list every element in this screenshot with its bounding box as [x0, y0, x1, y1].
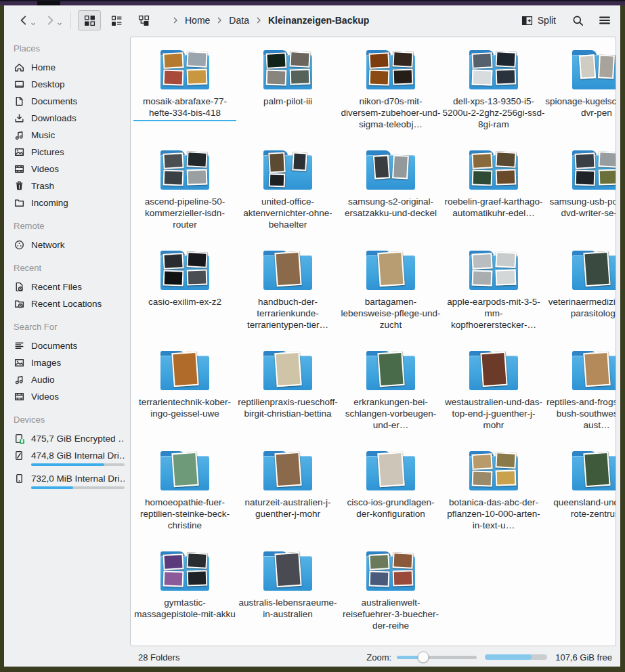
photo-thumbnail [187, 68, 208, 85]
folder-item[interactable]: reptiles-and-frogs-in-the-bush-southwest… [545, 345, 616, 445]
photo-thumbnail [377, 352, 404, 387]
sidebar-item-trash[interactable]: Trash [12, 177, 126, 194]
folder-item[interactable]: casio-exilim-ex-z2 [133, 245, 236, 345]
folder-item[interactable]: ascend-pipeline-50-kommerzieller-isdn-ro… [133, 144, 236, 245]
icons-view-button[interactable] [78, 10, 101, 30]
folder-item[interactable]: reptilienpraxis-rueschoff-birgit-christi… [236, 345, 339, 445]
network-icon [14, 239, 25, 251]
sidebar-item-732-0-mib-internal-dri-[interactable]: 732,0 MiB Internal Dri… [12, 470, 126, 493]
sidebar-item-documents[interactable]: Documents [12, 337, 126, 354]
folder-item[interactable]: naturzeit-australien-j-guenther-j-mohr [236, 445, 339, 545]
forward-dropdown-icon [57, 21, 62, 26]
photo-thumbnail [392, 51, 413, 68]
sidebar-item-images[interactable]: Images [12, 354, 126, 371]
folder-item[interactable]: mosaik-abrafaxe-77-hefte-334-bis-418 [133, 44, 236, 144]
folder-name: samsung-usb-portable-dvd-writer-se-208 [545, 196, 616, 219]
sidebar-item-videos[interactable]: Videos [12, 161, 126, 177]
folder-item[interactable]: veterinaermedizinische-parasitologie [545, 245, 616, 345]
photo-thumbnail [472, 270, 493, 286]
home-icon [14, 62, 25, 73]
compact-view-button[interactable] [105, 10, 128, 30]
photo-thumbnail [377, 251, 404, 287]
folder-item[interactable]: united-office-aktenvernichter-ohne-behae… [236, 144, 339, 245]
folder-grid: mosaik-abrafaxe-77-hefte-334-bis-418palm… [131, 37, 616, 646]
zoom-slider[interactable] [397, 656, 477, 659]
sidebar-item-music[interactable]: Music [12, 127, 126, 144]
folder-item[interactable]: palm-pilot-iii [236, 44, 339, 144]
capacity-bar [485, 654, 547, 660]
folder-item[interactable]: samsung-s2-original-ersatzakku-und-decke… [339, 144, 442, 245]
folder-item[interactable]: dell-xps-13-9350-i5-5200u-2-2ghz-256gi-s… [442, 44, 545, 144]
sidebar-section-title: Devices [14, 415, 126, 425]
folder-item[interactable]: gymtastic-massagepistole-mit-akku [133, 545, 236, 646]
split-label: Split [538, 15, 556, 26]
folder-icon [262, 251, 314, 290]
sidebar-item-recent-files[interactable]: Recent Files [12, 278, 126, 295]
folder-item[interactable]: westaustralien-und-das-top-end-j-guenthe… [442, 345, 545, 445]
photo-thumbnail [163, 52, 184, 69]
sidebar-item-downloads[interactable]: Downloads [12, 110, 126, 127]
folder-item[interactable]: nikon-d70s-mit-diversem-zubehoer-und-sig… [339, 44, 442, 144]
folder-icon [159, 451, 211, 490]
sidebar-item-label: Recent Locations [31, 299, 102, 309]
search-button[interactable] [569, 12, 586, 29]
folder-item[interactable]: australienwelt-reisefuehrer-3-buecher-de… [339, 545, 442, 646]
sidebar-item-475-7-gib-encrypted-[interactable]: 475,7 GiB Encrypted … [12, 430, 126, 447]
folder-name: united-office-aktenvernichter-ohne-behae… [236, 196, 339, 230]
folder-item[interactable]: roebelin-graef-karthago-automatikuhr-ede… [442, 144, 545, 245]
zoom-slider-handle[interactable] [418, 652, 429, 663]
folder-name: homoeopathie-fuer-reptilien-steinke-beck… [133, 497, 236, 531]
sidebar-item-recent-locations[interactable]: Recent Locations [12, 295, 126, 312]
sidebar-item-documents[interactable]: Documents [12, 93, 126, 110]
folder-name: westaustralien-und-das-top-end-j-guenthe… [442, 396, 545, 431]
folder-item[interactable]: apple-earpods-mit-3-5-mm-kopfhoerersteck… [442, 245, 545, 345]
folder-name: cisco-ios-grundlagen-der-konfiguration [339, 497, 442, 520]
photo-thumbnail [598, 151, 616, 168]
photo-thumbnail [274, 251, 301, 287]
main-toolbar: HomeDataKleinanzeigen-Backup Split [4, 5, 620, 35]
folder-item[interactable]: bartagamen-lebensweise-pflege-und-zucht [339, 245, 442, 345]
folder-name: terrarientechnik-kober-ingo-geissel-uwe [133, 396, 236, 419]
sidebar-item-audio[interactable]: Audio [12, 371, 126, 388]
recent-file-icon [14, 281, 25, 293]
sidebar: PlacesHomeDesktopDocumentsDownloadsMusic… [4, 35, 130, 648]
sidebar-item-desktop[interactable]: Desktop [12, 76, 126, 93]
photo-thumbnail [163, 553, 184, 570]
folder-item[interactable]: handbuch-der-terrarienkunde-terrarientyp… [236, 245, 339, 345]
sidebar-item-incoming[interactable]: Incoming [12, 194, 126, 211]
icons-view-icon [84, 15, 95, 26]
folder-item[interactable]: spionage-kugelschreiber-dvr-pen [545, 44, 616, 144]
folder-name: naturzeit-australien-j-guenther-j-mohr [236, 497, 339, 520]
breadcrumb-segment[interactable]: Home [182, 13, 213, 28]
breadcrumb-segment[interactable]: Kleinanzeigen-Backup [265, 13, 372, 28]
folder-name: reptilienpraxis-rueschoff-birgit-christi… [236, 396, 339, 419]
sidebar-section-title: Places [14, 43, 126, 54]
sidebar-item-network[interactable]: Network [12, 236, 126, 253]
folder-item[interactable]: erkrankungen-bei-schlangen-vorbeugen-und… [339, 345, 442, 445]
photo-thumbnail [471, 152, 492, 169]
folder-item[interactable]: botanica-das-abc-der-pflanzen-10-000-art… [442, 445, 545, 545]
menu-button[interactable] [596, 12, 613, 29]
sidebar-item-pictures[interactable]: Pictures [12, 144, 126, 161]
photo-thumbnail [598, 54, 615, 79]
photo-thumbnail [369, 570, 390, 587]
folder-item[interactable]: terrarientechnik-kober-ingo-geissel-uwe [133, 345, 236, 445]
photo-thumbnail [290, 68, 311, 85]
sidebar-item-videos[interactable]: Videos [12, 388, 126, 405]
photo-thumbnail [495, 151, 516, 168]
forward-button[interactable] [40, 12, 66, 29]
split-button[interactable]: Split [517, 12, 560, 29]
music-icon [14, 129, 25, 141]
folder-item[interactable]: homoeopathie-fuer-reptilien-steinke-beck… [133, 445, 236, 545]
breadcrumb-segment[interactable]: Data [226, 13, 252, 28]
sidebar-item-home[interactable]: Home [12, 59, 126, 76]
details-view-button[interactable] [132, 10, 155, 30]
sidebar-item-474-8-gib-internal-dri-[interactable]: 474,8 GiB Internal Dri… [12, 447, 126, 470]
back-button[interactable] [14, 12, 40, 29]
folder-item[interactable]: queensland-und-das-rote-zentrum [545, 445, 616, 545]
folder-item[interactable]: cisco-ios-grundlagen-der-konfiguration [339, 445, 442, 545]
folder-item[interactable]: samsung-usb-portable-dvd-writer-se-208 [545, 144, 616, 245]
photo-thumbnail [377, 452, 404, 487]
photo-thumbnail [471, 253, 492, 270]
folder-item[interactable]: australis-lebensraeume-in-australien [236, 545, 339, 646]
